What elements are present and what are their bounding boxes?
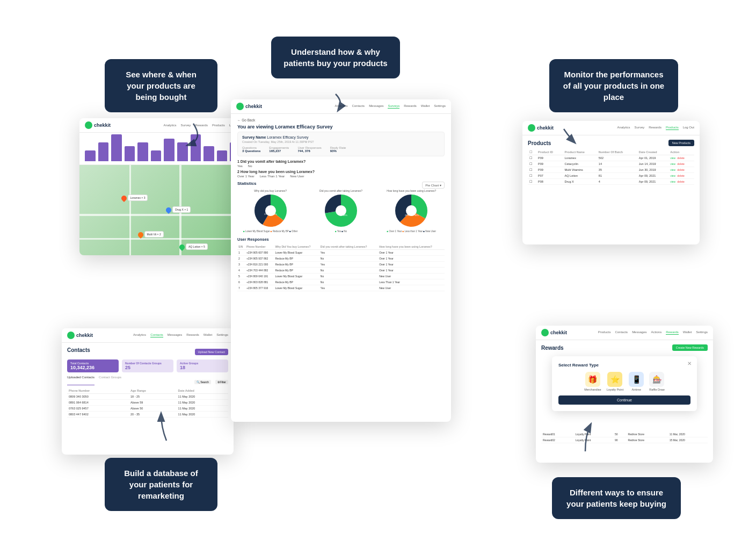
contacts-title: Contacts (67, 347, 90, 353)
survey-engagements-stat: Engagements 165,237 (269, 146, 289, 153)
delete-link[interactable]: delete (677, 156, 685, 160)
bar-4 (125, 146, 135, 161)
map-logo: chekkit (85, 121, 111, 129)
table-row: ☐P07AQ Lotion81Apr 09, 2021 viewdelete (528, 173, 694, 179)
reward-type-loyalty[interactable]: ⭐ Loyalty Point (607, 372, 624, 391)
survey-nav-messages: Messages (369, 104, 383, 109)
products-nav: Analytics Survey Rewards Products Log Ou… (617, 126, 694, 130)
map-nav-analytics: Analytics (164, 124, 177, 127)
contacts-stats: Total Contacts 10,342,236 Number Of Cont… (67, 359, 228, 372)
contacts-table: Phone Number Age Range Date Added 0809 3… (67, 388, 228, 418)
svg-point-7 (330, 200, 352, 221)
statistics-section: Statistics Pie Chart ▾ Why did you buy L… (237, 181, 445, 233)
search-contacts-input[interactable]: 🔍 Search (194, 380, 211, 384)
delete-link[interactable]: delete (677, 174, 685, 177)
reward-type-merchandise[interactable]: 🎁 Merchandise (584, 372, 601, 391)
contacts-nav-wallet: Wallet (203, 333, 212, 337)
map-pin-label-2: Drug X × 1 (172, 206, 191, 213)
table-row: 2+234 905 937 862Reduce My BPNoOver 1 Ye… (237, 255, 445, 261)
survey-logo-mark (236, 103, 244, 110)
survey-reply-rate-stat: Reply Rate 93% (330, 146, 346, 153)
delete-link[interactable]: delete (677, 162, 685, 166)
products-header: chekkit Analytics Survey Rewards Product… (522, 121, 700, 135)
table-row: 4+234 703 444 882Reduce My BPNoOver 1 Ye… (237, 267, 445, 273)
svg-text:28%: 28% (343, 214, 347, 217)
screenshot-products: chekkit Analytics Survey Rewards Product… (522, 121, 700, 244)
map-road-horizontal-2 (79, 238, 246, 240)
delete-link[interactable]: delete (677, 180, 685, 183)
rewards-logo: chekkit (541, 329, 567, 336)
pie-chart-1: Why did you buy Loramex? 35% 23% 42% ■ L… (237, 189, 303, 233)
pie-chart-2: Did you vomit after taking Loramex? 72% … (308, 189, 374, 233)
go-back-link[interactable]: ← Go Back (237, 118, 445, 122)
svg-text:42%: 42% (273, 213, 277, 215)
scene: See where & when your products are being… (0, 0, 756, 554)
bar-1 (85, 150, 96, 161)
view-link[interactable]: view (670, 156, 675, 160)
user-responses-section: User Responses S/N Phone Number Why Did … (237, 237, 445, 291)
map-road-horizontal-1 (79, 214, 246, 216)
survey-nav-analytics: Analytics (335, 104, 347, 109)
survey-name-label: Survey Name Loramex Efficacy Survey (242, 135, 440, 139)
contacts-col-phone: Phone Number (67, 388, 129, 394)
products-nav-logout: Log Out (683, 126, 694, 130)
bar-11 (217, 150, 228, 161)
survey-q2: 2 How long have you been using Loramex? (237, 170, 445, 174)
survey-content: ← Go Back You are viewing Loramex Effica… (231, 114, 451, 421)
delete-link[interactable]: delete (677, 168, 685, 171)
stats-title: Statistics (237, 181, 257, 186)
map-pin-label-3: Multi Vit × 2 (144, 231, 164, 238)
pie-charts-row: Why did you buy Loramex? 35% 23% 42% ■ L… (237, 189, 445, 233)
view-link[interactable]: view (670, 162, 675, 166)
chart-type-select[interactable]: Pie Chart ▾ (422, 182, 445, 189)
svg-text:35%: 35% (268, 206, 274, 210)
rewards-logo-mark (541, 329, 549, 336)
contacts-col-date: Date Added (177, 388, 228, 394)
map-content: Loramex × 3 Drug X × 1 Multi Vit × 2 AQ … (79, 165, 246, 255)
survey-nav-settings: Settings (434, 104, 446, 109)
survey-nav-contacts: Contacts (352, 104, 365, 109)
map-header: chekkit Analytics Survey Rewards Product… (79, 118, 246, 133)
rewards-nav-wallet: Wallet (683, 330, 692, 335)
survey-nav-surveys: Surveys (388, 104, 399, 109)
callout-bottomright-text: Different ways to ensure your patients k… (566, 488, 666, 508)
callout-bottomleft: Build a database of your patients for re… (105, 458, 217, 511)
svg-text:38%: 38% (415, 214, 419, 217)
view-link[interactable]: view (670, 168, 675, 171)
view-link[interactable]: view (670, 180, 675, 183)
survey-header: chekkit Analytics Contacts Messages Surv… (231, 99, 451, 114)
bar-6 (151, 150, 162, 161)
reward-types-grid: 🎁 Merchandise ⭐ Loyalty Point 📱 Airtime … (558, 372, 690, 391)
survey-q1-answers: Yes No (237, 164, 445, 168)
tab-uploaded-contacts[interactable]: Uploaded Contacts (67, 376, 95, 385)
svg-text:23%: 23% (264, 213, 268, 215)
create-reward-button[interactable]: Create New Rewards (672, 344, 708, 351)
table-row: 1+234 905 607 890Lower My Blood SugarYes… (237, 249, 445, 255)
contacts-tabs: Uploaded Contacts Contact Groups 🔍 Searc… (67, 376, 228, 385)
map-nav-survey: Survey (181, 124, 191, 127)
view-link[interactable]: view (670, 174, 675, 177)
screenshot-map: chekkit Analytics Survey Rewards Product… (79, 118, 246, 255)
modal-close-button[interactable]: ✕ (687, 361, 692, 366)
products-logo-text: chekkit (537, 125, 554, 131)
reward-type-raffle[interactable]: 🎰 Raffle Draw (649, 372, 665, 391)
pie-svg-3: 33% 29% 38% (395, 195, 427, 227)
continue-button[interactable]: Continue (558, 395, 690, 405)
tab-contact-groups[interactable]: Contact Groups (99, 376, 121, 385)
filter-contacts-button[interactable]: ⚙ Filter (215, 380, 229, 384)
reward-type-airtime[interactable]: 📱 Airtime (629, 372, 644, 391)
reward-type-modal: Select Reward Type ✕ 🎁 Merchandise ⭐ Loy… (552, 356, 697, 411)
upload-contact-button[interactable]: Upload New Contact (195, 349, 228, 355)
callout-bottomleft-text: Build a database of your patients for re… (124, 469, 198, 500)
stat-contact-groups: Number Of Contacts Groups 25 (122, 359, 173, 372)
bar-3 (111, 134, 122, 161)
contacts-col-age: Age Range (129, 388, 177, 394)
map-logo-mark (85, 121, 92, 129)
contacts-logo-mark (67, 332, 75, 339)
new-products-button[interactable]: New Products (668, 140, 694, 146)
table-row: ☐P09Loramex502Apr 01, 2019 viewdelete (528, 155, 694, 161)
products-table: ☐ Product ID Product Name Number Of Batc… (528, 149, 694, 185)
table-row: ☐P09Cetacyclin14Jun 14, 2019 viewdelete (528, 161, 694, 167)
contacts-nav: Analytics Contacts Messages Rewards Wall… (133, 333, 228, 337)
survey-nav-wallet: Wallet (421, 104, 430, 109)
